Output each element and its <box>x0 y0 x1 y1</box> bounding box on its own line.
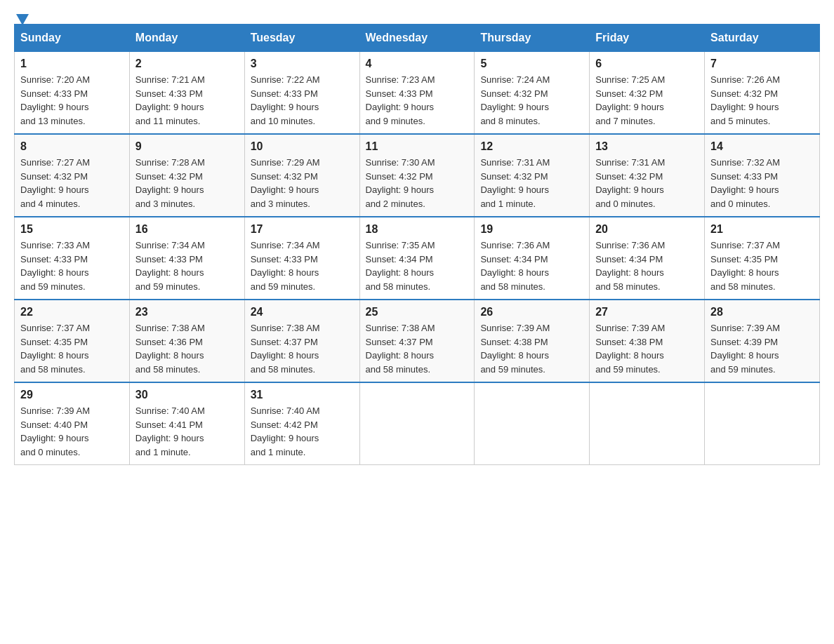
weekday-header-wednesday: Wednesday <box>359 25 475 52</box>
day-number: 9 <box>135 140 239 153</box>
day-info: Sunrise: 7:25 AMSunset: 4:32 PMDaylight:… <box>595 74 665 126</box>
logo-triangle-icon <box>16 14 29 25</box>
calendar-cell: 31Sunrise: 7:40 AMSunset: 4:42 PMDayligh… <box>244 382 359 465</box>
calendar-cell: 22Sunrise: 7:37 AMSunset: 4:35 PMDayligh… <box>15 300 130 382</box>
day-info: Sunrise: 7:37 AMSunset: 4:35 PMDaylight:… <box>710 240 780 292</box>
day-number: 2 <box>135 58 239 70</box>
day-info: Sunrise: 7:27 AMSunset: 4:32 PMDaylight:… <box>20 157 90 209</box>
day-number: 28 <box>710 306 814 318</box>
calendar-cell: 7Sunrise: 7:26 AMSunset: 4:32 PMDaylight… <box>705 52 820 135</box>
day-info: Sunrise: 7:38 AMSunset: 4:36 PMDaylight:… <box>135 323 205 375</box>
day-info: Sunrise: 7:39 AMSunset: 4:38 PMDaylight:… <box>595 323 665 375</box>
day-number: 17 <box>251 223 354 236</box>
day-number: 25 <box>366 306 469 318</box>
calendar-cell: 25Sunrise: 7:38 AMSunset: 4:37 PMDayligh… <box>359 300 475 382</box>
day-info: Sunrise: 7:39 AMSunset: 4:38 PMDaylight:… <box>480 323 550 375</box>
calendar-week-row: 8Sunrise: 7:27 AMSunset: 4:32 PMDaylight… <box>15 134 820 217</box>
day-info: Sunrise: 7:34 AMSunset: 4:33 PMDaylight:… <box>135 240 205 292</box>
day-number: 8 <box>20 140 124 153</box>
calendar-cell: 8Sunrise: 7:27 AMSunset: 4:32 PMDaylight… <box>15 134 130 217</box>
day-number: 3 <box>251 58 354 70</box>
day-info: Sunrise: 7:32 AMSunset: 4:33 PMDaylight:… <box>710 157 780 209</box>
weekday-header-monday: Monday <box>129 25 244 52</box>
day-number: 20 <box>595 223 699 236</box>
logo <box>14 14 29 17</box>
calendar-cell: 19Sunrise: 7:36 AMSunset: 4:34 PMDayligh… <box>475 217 590 300</box>
day-info: Sunrise: 7:29 AMSunset: 4:32 PMDaylight:… <box>251 157 320 209</box>
day-info: Sunrise: 7:21 AMSunset: 4:33 PMDaylight:… <box>135 74 205 126</box>
weekday-header-sunday: Sunday <box>15 25 130 52</box>
day-number: 10 <box>251 140 354 153</box>
calendar-cell: 24Sunrise: 7:38 AMSunset: 4:37 PMDayligh… <box>244 300 359 382</box>
calendar-cell: 18Sunrise: 7:35 AMSunset: 4:34 PMDayligh… <box>359 217 475 300</box>
calendar-week-row: 15Sunrise: 7:33 AMSunset: 4:33 PMDayligh… <box>15 217 820 300</box>
day-info: Sunrise: 7:30 AMSunset: 4:32 PMDaylight:… <box>366 157 435 209</box>
calendar-cell: 27Sunrise: 7:39 AMSunset: 4:38 PMDayligh… <box>590 300 705 382</box>
day-info: Sunrise: 7:36 AMSunset: 4:34 PMDaylight:… <box>595 240 665 292</box>
day-number: 1 <box>20 58 124 70</box>
day-number: 18 <box>366 223 469 236</box>
day-number: 29 <box>20 389 124 401</box>
calendar-cell: 2Sunrise: 7:21 AMSunset: 4:33 PMDaylight… <box>129 52 244 135</box>
day-number: 13 <box>595 140 699 153</box>
calendar-cell: 30Sunrise: 7:40 AMSunset: 4:41 PMDayligh… <box>129 382 244 465</box>
calendar-cell <box>705 382 820 465</box>
calendar-week-row: 29Sunrise: 7:39 AMSunset: 4:40 PMDayligh… <box>15 382 820 465</box>
calendar-cell: 13Sunrise: 7:31 AMSunset: 4:32 PMDayligh… <box>590 134 705 217</box>
weekday-header-tuesday: Tuesday <box>244 25 359 52</box>
day-number: 7 <box>710 58 814 70</box>
calendar-cell: 28Sunrise: 7:39 AMSunset: 4:39 PMDayligh… <box>705 300 820 382</box>
calendar-cell: 29Sunrise: 7:39 AMSunset: 4:40 PMDayligh… <box>15 382 130 465</box>
day-info: Sunrise: 7:26 AMSunset: 4:32 PMDaylight:… <box>710 74 780 126</box>
day-info: Sunrise: 7:24 AMSunset: 4:32 PMDaylight:… <box>480 74 550 126</box>
calendar-cell: 26Sunrise: 7:39 AMSunset: 4:38 PMDayligh… <box>475 300 590 382</box>
calendar-cell: 9Sunrise: 7:28 AMSunset: 4:32 PMDaylight… <box>129 134 244 217</box>
calendar-table: SundayMondayTuesdayWednesdayThursdayFrid… <box>14 24 820 465</box>
calendar-cell: 16Sunrise: 7:34 AMSunset: 4:33 PMDayligh… <box>129 217 244 300</box>
day-info: Sunrise: 7:39 AMSunset: 4:39 PMDaylight:… <box>710 323 780 375</box>
calendar-cell: 10Sunrise: 7:29 AMSunset: 4:32 PMDayligh… <box>244 134 359 217</box>
day-info: Sunrise: 7:34 AMSunset: 4:33 PMDaylight:… <box>251 240 320 292</box>
day-number: 12 <box>480 140 583 153</box>
day-info: Sunrise: 7:23 AMSunset: 4:33 PMDaylight:… <box>366 74 435 126</box>
calendar-cell: 20Sunrise: 7:36 AMSunset: 4:34 PMDayligh… <box>590 217 705 300</box>
calendar-cell: 3Sunrise: 7:22 AMSunset: 4:33 PMDaylight… <box>244 52 359 135</box>
day-info: Sunrise: 7:39 AMSunset: 4:40 PMDaylight:… <box>20 405 90 457</box>
day-number: 19 <box>480 223 583 236</box>
weekday-header-saturday: Saturday <box>705 25 820 52</box>
day-info: Sunrise: 7:38 AMSunset: 4:37 PMDaylight:… <box>251 323 320 375</box>
day-info: Sunrise: 7:37 AMSunset: 4:35 PMDaylight:… <box>20 323 90 375</box>
calendar-cell <box>475 382 590 465</box>
weekday-header-thursday: Thursday <box>475 25 590 52</box>
day-info: Sunrise: 7:35 AMSunset: 4:34 PMDaylight:… <box>366 240 435 292</box>
day-number: 27 <box>595 306 699 318</box>
calendar-week-row: 1Sunrise: 7:20 AMSunset: 4:33 PMDaylight… <box>15 52 820 135</box>
calendar-cell: 12Sunrise: 7:31 AMSunset: 4:32 PMDayligh… <box>475 134 590 217</box>
day-number: 6 <box>595 58 699 70</box>
calendar-cell: 15Sunrise: 7:33 AMSunset: 4:33 PMDayligh… <box>15 217 130 300</box>
calendar-cell: 17Sunrise: 7:34 AMSunset: 4:33 PMDayligh… <box>244 217 359 300</box>
day-info: Sunrise: 7:20 AMSunset: 4:33 PMDaylight:… <box>20 74 90 126</box>
calendar-cell <box>590 382 705 465</box>
calendar-cell: 5Sunrise: 7:24 AMSunset: 4:32 PMDaylight… <box>475 52 590 135</box>
day-info: Sunrise: 7:38 AMSunset: 4:37 PMDaylight:… <box>366 323 435 375</box>
calendar-cell <box>359 382 475 465</box>
day-number: 22 <box>20 306 124 318</box>
calendar-cell: 1Sunrise: 7:20 AMSunset: 4:33 PMDaylight… <box>15 52 130 135</box>
day-number: 23 <box>135 306 239 318</box>
day-info: Sunrise: 7:31 AMSunset: 4:32 PMDaylight:… <box>480 157 550 209</box>
day-number: 16 <box>135 223 239 236</box>
day-number: 26 <box>480 306 583 318</box>
day-number: 4 <box>366 58 469 70</box>
calendar-cell: 23Sunrise: 7:38 AMSunset: 4:36 PMDayligh… <box>129 300 244 382</box>
page-header <box>14 14 820 17</box>
day-info: Sunrise: 7:40 AMSunset: 4:42 PMDaylight:… <box>251 405 320 457</box>
day-info: Sunrise: 7:31 AMSunset: 4:32 PMDaylight:… <box>595 157 665 209</box>
day-info: Sunrise: 7:22 AMSunset: 4:33 PMDaylight:… <box>251 74 320 126</box>
calendar-week-row: 22Sunrise: 7:37 AMSunset: 4:35 PMDayligh… <box>15 300 820 382</box>
day-number: 24 <box>251 306 354 318</box>
calendar-cell: 14Sunrise: 7:32 AMSunset: 4:33 PMDayligh… <box>705 134 820 217</box>
day-number: 30 <box>135 389 239 401</box>
calendar-cell: 11Sunrise: 7:30 AMSunset: 4:32 PMDayligh… <box>359 134 475 217</box>
day-info: Sunrise: 7:36 AMSunset: 4:34 PMDaylight:… <box>480 240 550 292</box>
